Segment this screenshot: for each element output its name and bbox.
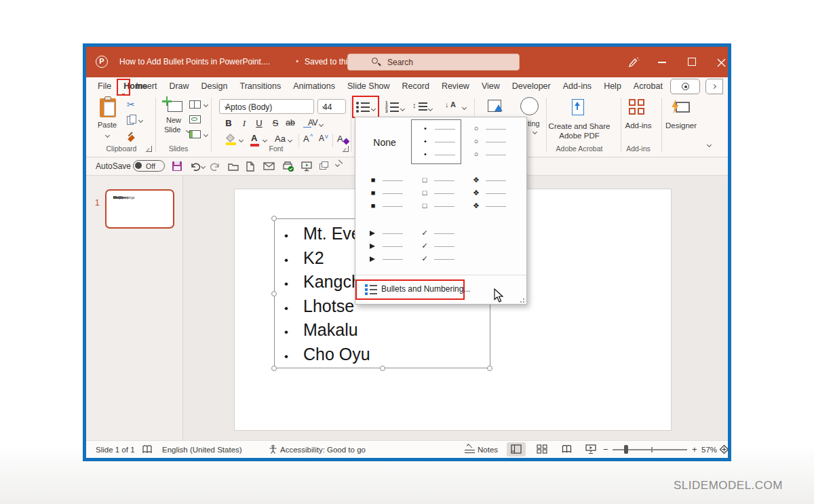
resize-handle[interactable] bbox=[271, 291, 277, 296]
new-document-button[interactable] bbox=[245, 161, 257, 172]
paste-button[interactable]: Paste bbox=[94, 98, 123, 143]
bullet-option-star-diamond[interactable]: ❖ ❖ ❖ bbox=[463, 172, 513, 216]
redo-button[interactable] bbox=[210, 161, 222, 172]
slide-thumbnail[interactable]: •Mt. Everest •K2 •Kangchenjunga •Lhotse … bbox=[105, 189, 174, 229]
font-color-chevron-icon[interactable] bbox=[263, 138, 267, 142]
maximize-button[interactable] bbox=[682, 55, 702, 70]
change-case-button[interactable]: Aa bbox=[275, 134, 286, 144]
resize-handle[interactable] bbox=[380, 366, 385, 371]
reset-slide-icon[interactable] bbox=[189, 115, 201, 123]
slideshow-view-button[interactable] bbox=[581, 442, 600, 457]
resize-handle[interactable] bbox=[487, 366, 492, 371]
numbering-chevron-icon[interactable] bbox=[400, 106, 405, 111]
oval-shape-icon[interactable] bbox=[520, 97, 539, 115]
qat-overflow-chevron-icon[interactable] bbox=[335, 162, 340, 167]
collapse-ribbon-chevron-icon[interactable] bbox=[707, 142, 712, 147]
format-painter-icon[interactable] bbox=[127, 131, 138, 142]
tab-record[interactable]: Record bbox=[396, 77, 435, 96]
start-slideshow-button[interactable] bbox=[301, 161, 313, 172]
bullet-option-filled-square[interactable]: ■ ■ ■ bbox=[360, 172, 410, 216]
bullet-option-none[interactable]: None bbox=[360, 120, 410, 165]
minimize-button[interactable] bbox=[652, 55, 672, 70]
new-slide-button[interactable]: New Slide bbox=[161, 98, 191, 143]
tab-design[interactable]: Design bbox=[195, 77, 234, 96]
font-size-combobox[interactable]: 44 bbox=[317, 99, 346, 114]
text-highlight-icon[interactable] bbox=[226, 134, 237, 145]
clipboard-dialog-launcher-icon[interactable] bbox=[146, 146, 152, 152]
sort-text-button[interactable]: ↓ A bbox=[444, 98, 471, 117]
save-button[interactable] bbox=[172, 161, 184, 172]
undo-chevron-icon[interactable] bbox=[201, 164, 206, 169]
underline-button[interactable]: U bbox=[253, 118, 265, 128]
reading-view-button[interactable] bbox=[557, 442, 576, 457]
font-dialog-launcher-icon[interactable] bbox=[343, 146, 349, 152]
cut-icon[interactable]: ✂ bbox=[127, 99, 135, 110]
bullet-option-filled-round[interactable]: • • • bbox=[411, 119, 461, 164]
autosave-toggle[interactable]: Off bbox=[133, 160, 165, 172]
tab-file[interactable]: File bbox=[92, 77, 117, 96]
text-direction-button[interactable] bbox=[485, 98, 508, 117]
designer-icon[interactable] bbox=[671, 99, 691, 117]
create-pdf-button[interactable]: Create and Share Adobe PDF bbox=[541, 121, 617, 140]
italic-button[interactable]: I bbox=[238, 118, 250, 129]
search-input[interactable]: Search bbox=[347, 54, 520, 71]
bullet-option-arrow[interactable] bbox=[360, 225, 410, 269]
accessibility-status[interactable]: Accessibility: Good to go bbox=[280, 446, 366, 454]
tab-transitions[interactable]: Transitions bbox=[234, 77, 288, 96]
tab-draw[interactable]: Draw bbox=[163, 77, 195, 96]
change-case-chevron-icon[interactable] bbox=[288, 138, 292, 142]
tab-developer[interactable]: Developer bbox=[506, 77, 557, 96]
zoom-out-button[interactable]: − bbox=[603, 444, 608, 454]
normal-view-button[interactable] bbox=[507, 442, 526, 457]
tab-insert[interactable]: Insert bbox=[130, 77, 163, 96]
bullet-option-hollow-round[interactable]: ○ ○ ○ bbox=[463, 120, 513, 165]
line-spacing-chevron-icon[interactable] bbox=[428, 106, 433, 111]
undo-button[interactable] bbox=[189, 161, 201, 172]
dropdown-resize-grip[interactable] bbox=[519, 297, 524, 303]
layout-chevron-icon[interactable] bbox=[204, 102, 208, 107]
tab-view[interactable]: View bbox=[476, 77, 506, 96]
resize-handle[interactable] bbox=[271, 216, 277, 221]
tab-animations[interactable]: Animations bbox=[287, 77, 341, 96]
resize-handle[interactable] bbox=[271, 366, 277, 371]
tab-home[interactable]: Home bbox=[117, 77, 130, 96]
character-spacing-chevron-icon[interactable] bbox=[319, 122, 324, 127]
numbering-button[interactable]: 1 2 3 bbox=[383, 98, 407, 117]
bullet-option-check[interactable]: ✓ ✓ ✓ bbox=[411, 225, 461, 269]
create-pdf-icon[interactable] bbox=[570, 99, 588, 118]
designer-button[interactable]: Designer bbox=[661, 121, 701, 130]
sort-chevron-icon[interactable] bbox=[462, 105, 467, 110]
quick-print-button[interactable] bbox=[282, 161, 294, 172]
highlight-chevron-icon[interactable] bbox=[239, 138, 244, 142]
record-toggle-button[interactable] bbox=[670, 79, 700, 94]
add-ins-icon[interactable] bbox=[629, 99, 646, 117]
zoom-slider-thumb[interactable] bbox=[624, 445, 628, 454]
slide-sorter-view-button[interactable] bbox=[532, 442, 551, 457]
duplicate-slide-button[interactable] bbox=[318, 161, 330, 172]
zoom-level[interactable]: 57% bbox=[701, 446, 717, 454]
email-button[interactable] bbox=[263, 161, 275, 172]
section-chevron-icon[interactable] bbox=[204, 132, 208, 137]
ink-pen-icon[interactable] bbox=[617, 55, 637, 70]
font-name-combobox[interactable]: Aptos (Body) bbox=[219, 99, 314, 114]
copy-chevron-icon[interactable] bbox=[138, 118, 143, 123]
tab-acrobat[interactable]: Acrobat bbox=[627, 77, 669, 96]
zoom-in-button[interactable]: + bbox=[692, 444, 697, 454]
tab-help[interactable]: Help bbox=[598, 77, 627, 96]
section-icon[interactable] bbox=[189, 130, 201, 138]
add-ins-button[interactable]: Add-ins bbox=[619, 121, 657, 130]
language-indicator[interactable]: English (United States) bbox=[162, 446, 242, 454]
slide-layout-icon[interactable] bbox=[189, 100, 201, 109]
slide-count[interactable]: Slide 1 of 1 bbox=[96, 446, 135, 454]
collapsed-panel-button[interactable] bbox=[705, 79, 723, 94]
bullets-button[interactable] bbox=[353, 98, 378, 117]
tab-slide-show[interactable]: Slide Show bbox=[341, 77, 396, 96]
strikethrough-button[interactable]: S bbox=[269, 118, 282, 128]
tab-add-ins[interactable]: Add-ins bbox=[557, 77, 598, 96]
bullet-option-hollow-square[interactable]: □ □ □ bbox=[411, 172, 461, 216]
bold-button[interactable]: B bbox=[222, 118, 235, 128]
close-button[interactable] bbox=[711, 55, 731, 70]
open-file-button[interactable] bbox=[227, 161, 239, 172]
line-spacing-button[interactable]: ↕ bbox=[410, 98, 435, 117]
notes-button[interactable]: Notes bbox=[478, 446, 498, 454]
